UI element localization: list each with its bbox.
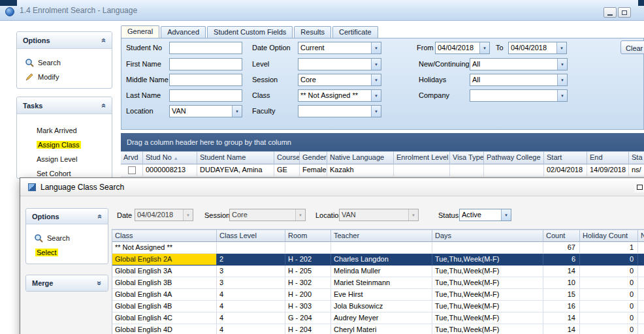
- class-select[interactable]: ** Not Assigned ** ▼: [298, 89, 381, 102]
- expand-chevron-icon[interactable]: »: [95, 281, 105, 286]
- clear-button[interactable]: Clear: [620, 40, 644, 54]
- column-header-start[interactable]: Start: [544, 151, 587, 164]
- tab-general[interactable]: General: [121, 25, 159, 38]
- cell-teacher: Jola Buksowicz: [331, 301, 432, 312]
- column-header-native-language[interactable]: Native Language: [327, 151, 394, 164]
- tab-student-custom-fields[interactable]: Student Custom Fields: [207, 26, 293, 38]
- tab-results[interactable]: Results: [294, 26, 331, 38]
- dropdown-arrow-icon[interactable]: ▼: [557, 59, 567, 70]
- class-row[interactable]: Global English 4D 4 H - 204 Cheryl Mater…: [112, 324, 644, 334]
- group-by-bar[interactable]: Drag a column header here to group by th…: [121, 133, 644, 151]
- tasks-panel-header[interactable]: Tasks »: [17, 97, 112, 114]
- column-header-teacher[interactable]: Teacher: [331, 230, 432, 242]
- window-titlebar: 1.4 Enrolment Search - Language: [0, 0, 644, 21]
- modify-action[interactable]: Modify: [17, 70, 112, 84]
- column-header-pathway-college[interactable]: Pathway College: [484, 151, 544, 164]
- dropdown-arrow-icon[interactable]: ▼: [371, 74, 381, 85]
- class-row[interactable]: Global English 4B 4 H - 303 Jola Buksowi…: [112, 301, 644, 312]
- column-header-count[interactable]: Count: [543, 230, 580, 242]
- search-action-label: Search: [38, 59, 61, 67]
- dialog-maximize-button[interactable]: [634, 182, 644, 192]
- column-header-status[interactable]: Sta: [629, 151, 644, 164]
- cell-n: [638, 254, 644, 265]
- arrived-checkbox[interactable]: [128, 166, 136, 174]
- dialog-search-action[interactable]: Search: [26, 231, 108, 245]
- column-header-class[interactable]: Class: [112, 230, 217, 242]
- location-select[interactable]: VAN ▼: [169, 105, 242, 117]
- dropdown-arrow-icon[interactable]: ▼: [371, 90, 381, 101]
- dropdown-arrow-icon[interactable]: ▼: [371, 42, 381, 53]
- cell-class-level: 4: [217, 301, 285, 312]
- level-select[interactable]: ▼: [298, 58, 381, 70]
- task-assign-class[interactable]: Assign Class: [17, 138, 112, 152]
- dialog-icon: [28, 183, 36, 191]
- collapse-chevron-icon[interactable]: »: [99, 38, 108, 42]
- student-row[interactable]: 0000008213 DUDAYEVA, Amina GE Female Kaz…: [121, 164, 644, 177]
- date-option-select[interactable]: Current ▼: [298, 42, 381, 54]
- tab-certificate[interactable]: Certificate: [332, 26, 378, 38]
- class-row-not-assigned[interactable]: ** Not Assigned ** 67 1: [112, 242, 644, 254]
- merge-panel-header[interactable]: Merge »: [26, 275, 108, 291]
- column-header-course[interactable]: Course: [274, 151, 300, 164]
- dialog-select-action[interactable]: Select: [26, 245, 108, 260]
- dialog-options-panel: Options » Search Select: [25, 208, 108, 264]
- column-header-class-level[interactable]: Class Level: [217, 230, 285, 242]
- dropdown-arrow-icon[interactable]: ▼: [557, 90, 567, 101]
- class-row-selected[interactable]: Global English 2A 2 H - 202 Charles Lang…: [112, 254, 644, 266]
- class-row[interactable]: Global English 3A 3 H - 205 Melinda Mull…: [112, 266, 644, 277]
- restore-button[interactable]: [618, 7, 631, 18]
- column-header-visa-type[interactable]: Visa Type: [450, 151, 484, 164]
- dropdown-arrow-icon[interactable]: ▼: [557, 74, 567, 85]
- column-header-stud-no[interactable]: Stud No▲: [143, 151, 197, 164]
- search-action[interactable]: Search: [17, 55, 112, 70]
- column-header-gender[interactable]: Gender: [300, 151, 327, 164]
- column-header-room[interactable]: Room: [285, 230, 331, 242]
- cell-holiday-count: 0: [580, 266, 638, 277]
- dropdown-arrow-icon[interactable]: ▼: [479, 42, 489, 53]
- column-header-days[interactable]: Days: [432, 230, 543, 242]
- dialog-session-select: Core ▼: [229, 209, 306, 221]
- cell-teacher: Audrey Meyer: [331, 312, 432, 324]
- collapse-chevron-icon[interactable]: »: [95, 214, 105, 219]
- dialog-status-select[interactable]: Active ▼: [459, 209, 511, 221]
- new-continuing-select[interactable]: All ▼: [470, 58, 568, 70]
- options-panel-body: Search Modify: [17, 49, 112, 84]
- new-continuing-value: All: [470, 59, 557, 70]
- tab-advanced[interactable]: Advanced: [161, 26, 206, 38]
- middle-name-input[interactable]: [169, 74, 242, 86]
- task-assign-level[interactable]: Assign Level: [17, 152, 112, 166]
- collapse-chevron-icon[interactable]: »: [99, 103, 108, 108]
- column-header-end[interactable]: End: [587, 151, 629, 164]
- to-date-picker[interactable]: 04/04/2018 ▼: [508, 42, 567, 54]
- dialog-options-header[interactable]: Options »: [26, 209, 108, 224]
- dropdown-arrow-icon[interactable]: ▼: [556, 42, 566, 53]
- class-row[interactable]: Global English 4C 4 G - 204 Audrey Meyer…: [112, 312, 644, 324]
- holidays-select[interactable]: All ▼: [470, 74, 568, 86]
- student-no-input[interactable]: [169, 42, 242, 54]
- column-header-student-name[interactable]: Student Name: [197, 151, 274, 164]
- column-header-holiday-count[interactable]: Holiday Count: [580, 230, 638, 242]
- company-select[interactable]: ▼: [470, 89, 568, 102]
- column-header-enrolment-level[interactable]: Enrolment Level: [394, 151, 450, 164]
- session-select[interactable]: Core ▼: [298, 74, 381, 86]
- minimize-button[interactable]: [604, 7, 617, 18]
- class-row[interactable]: Global English 4A 4 H - 200 Eve Hirst Tu…: [112, 289, 644, 301]
- dropdown-arrow-icon[interactable]: ▼: [371, 106, 381, 117]
- cell-teacher: [331, 242, 432, 253]
- dialog-date-value: 04/04/2018: [135, 209, 183, 220]
- last-name-input[interactable]: [169, 89, 242, 102]
- from-date-picker[interactable]: 04/04/2018 ▼: [435, 42, 490, 54]
- class-row[interactable]: Global English 3B 3 H - 302 Mariet Stein…: [112, 277, 644, 289]
- first-name-input[interactable]: [169, 58, 242, 70]
- column-header-n[interactable]: N: [638, 230, 644, 242]
- to-date-value: 04/04/2018: [509, 42, 556, 53]
- app-icon: [5, 7, 14, 16]
- dropdown-arrow-icon[interactable]: ▼: [501, 209, 511, 220]
- faculty-select[interactable]: ▼: [298, 105, 381, 117]
- dropdown-arrow-icon[interactable]: ▼: [232, 106, 242, 117]
- maximize-icon: [637, 185, 643, 190]
- dropdown-arrow-icon[interactable]: ▼: [371, 59, 381, 70]
- column-header-arvd[interactable]: Arvd: [121, 151, 143, 164]
- options-panel-header[interactable]: Options »: [17, 32, 112, 49]
- task-mark-arrived[interactable]: Mark Arrived: [17, 123, 112, 138]
